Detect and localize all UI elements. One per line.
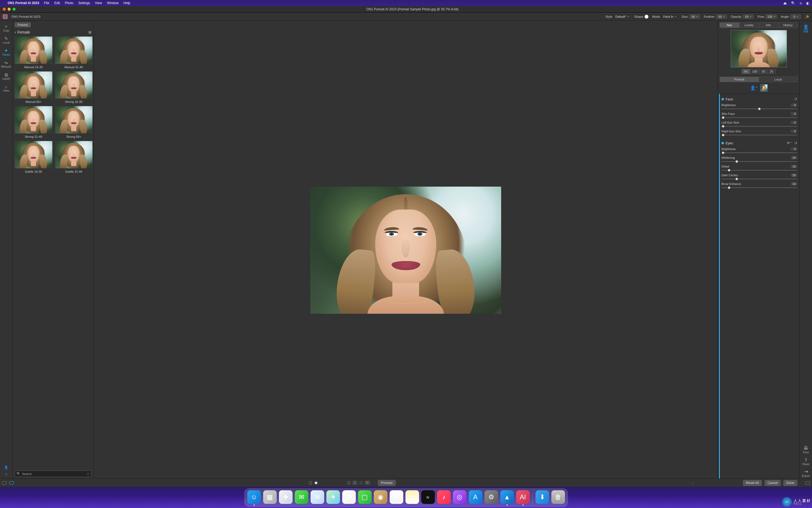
dock-app-safari[interactable]: ❖ [279, 490, 293, 506]
dock-app-on1ai[interactable]: AI [516, 490, 530, 506]
style-dropdown[interactable]: Default*▾ [614, 15, 630, 18]
tool-local[interactable]: ✎Local [0, 35, 12, 46]
close-icon[interactable] [3, 8, 6, 11]
dock-app-finder[interactable]: ☺ [247, 490, 261, 506]
slider-value[interactable]: 20 [791, 156, 797, 159]
slider-value[interactable]: 10 [791, 182, 797, 185]
tool-view[interactable]: ⌕View [0, 83, 12, 94]
dock-app-podcasts[interactable]: ◎ [453, 490, 467, 506]
slider-track[interactable] [721, 133, 797, 137]
presets-back[interactable]: ‹ Female [15, 30, 30, 34]
mask-a-icon[interactable]: A [353, 481, 357, 484]
slider-value[interactable]: 0 [791, 112, 797, 115]
menu-photo[interactable]: Photo [65, 1, 74, 5]
preview-button[interactable]: Preview [378, 480, 396, 486]
slider-value[interactable]: 0 [791, 130, 797, 133]
preset-item[interactable]: Strong 31-49 [15, 106, 52, 138]
tool-liquify[interactable]: ◍Liquify [0, 71, 12, 82]
mask-w-icon[interactable]: W [365, 481, 370, 484]
dock-app-downloads[interactable]: ⬇ [535, 490, 549, 506]
preset-item[interactable]: Manual 16-30 [15, 37, 52, 69]
dock-app-notes[interactable]: ▭ [405, 490, 419, 506]
dock-app-facetime[interactable]: ▢ [358, 490, 372, 506]
slider-value[interactable]: 10 [791, 165, 797, 168]
dock-app-tv[interactable]: tv [421, 490, 435, 506]
tool-crop[interactable]: ⌗Crop [0, 23, 12, 34]
menubar-search-icon[interactable]: 🔍 [791, 1, 795, 5]
magic-wand-icon[interactable]: ✨ [805, 14, 809, 18]
tab-info[interactable]: Info [759, 23, 778, 28]
presets-tab[interactable]: Presets [15, 23, 31, 27]
slider-track[interactable] [721, 151, 797, 155]
slider-track[interactable] [721, 116, 797, 119]
reset-eyes-icon[interactable]: ↺ [794, 141, 797, 145]
preset-item[interactable]: Manual 31-49 [55, 37, 93, 69]
dock-app-appstore[interactable]: A [469, 490, 482, 506]
preset-item[interactable]: Manual 50+ [15, 72, 52, 104]
dock-app-reminders[interactable]: ≣ [390, 490, 403, 506]
search-target-icon[interactable]: ◎ [87, 472, 89, 475]
menu-view[interactable]: View [95, 1, 102, 5]
preset-item[interactable]: Strong 16-30 [55, 72, 93, 104]
done-button[interactable]: Done [783, 480, 797, 486]
opacity-field[interactable]: 50▾ [743, 14, 754, 19]
mode-dropdown[interactable]: Paint In▾ [662, 15, 678, 18]
menubar-app-title[interactable]: ON1 Portrait AI 2023 [8, 1, 39, 5]
edit-mode-button[interactable]: 👤Edit [800, 24, 812, 34]
panel-toggle-right-icon[interactable] [806, 481, 810, 484]
export-button[interactable]: ⇥Export [800, 468, 812, 478]
maximize-icon[interactable] [12, 8, 15, 11]
slider-value[interactable]: 0 [791, 103, 797, 107]
slider-track[interactable] [721, 107, 797, 111]
feather-field[interactable]: 50▾ [716, 14, 727, 19]
slider-track[interactable] [721, 177, 797, 181]
tab-levels[interactable]: Levels [739, 23, 759, 28]
menubar-wifi-icon[interactable]: ⏏ [783, 1, 786, 5]
dock-app-contacts[interactable]: ◉ [374, 490, 387, 506]
slider-track[interactable] [721, 186, 797, 189]
menu-settings[interactable]: Settings [78, 1, 90, 5]
preset-item[interactable]: Strong 50+ [55, 106, 93, 138]
navigator-thumbnail[interactable] [731, 30, 787, 68]
compare-square-icon[interactable] [309, 481, 312, 484]
mode-tab-local[interactable]: Local [759, 77, 798, 82]
main-image[interactable] [310, 186, 501, 314]
softproof-icon[interactable] [347, 481, 350, 484]
size-field[interactable]: 50▾ [689, 14, 700, 19]
shape-circle-icon[interactable] [644, 15, 649, 18]
zoom-fit[interactable]: Fit [742, 69, 750, 74]
share-button[interactable]: ⇪Share [800, 456, 812, 467]
zoom-25[interactable]: 25 [767, 69, 775, 74]
face-thumbnail[interactable] [760, 84, 768, 91]
menu-window[interactable]: Window [107, 1, 118, 5]
reset-all-button[interactable]: Reset All [743, 480, 762, 486]
tab-nav[interactable]: Nav [720, 23, 739, 28]
eye-overlay-icon[interactable]: 👁⁺ [786, 141, 792, 145]
menubar-control-icon[interactable]: ⌾ [800, 1, 802, 5]
preset-item[interactable]: Subtle 31-49 [55, 141, 93, 173]
zoom-50[interactable]: 50 [759, 69, 768, 74]
menu-file[interactable]: File [44, 1, 49, 5]
dock-app-settings[interactable]: ⚙ [484, 490, 498, 506]
menubar-siri-icon[interactable]: ◐ [806, 1, 809, 5]
preset-item[interactable]: Subtle 16-30 [15, 141, 52, 173]
dock-app-messages[interactable]: ✉ [295, 490, 308, 506]
dock-app-photos[interactable]: ✿ [342, 490, 356, 506]
tool-retouch[interactable]: ⇋Retouch [0, 59, 12, 70]
minimize-icon[interactable] [8, 8, 11, 11]
help-icon[interactable]: ? [5, 473, 7, 477]
profile-icon[interactable]: 👤 [4, 465, 8, 469]
add-face-icon[interactable]: 👤⁺ [750, 85, 758, 91]
cancel-button[interactable]: Cancel [765, 480, 781, 486]
menu-edit[interactable]: Edit [54, 1, 60, 5]
zoom-100[interactable]: 100 [750, 69, 760, 74]
mode-tab-portrait[interactable]: Portrait [720, 77, 759, 82]
face-section-toggle-icon[interactable] [721, 98, 724, 100]
flow-field[interactable]: 100▾ [765, 14, 777, 19]
dock-app-maps[interactable]: ✈ [326, 490, 340, 506]
dock-app-launchpad[interactable]: ▦ [263, 490, 277, 506]
search-input[interactable]: 🔍 Search ◎ [15, 471, 91, 477]
slider-track[interactable] [721, 169, 797, 172]
grid-view-icon[interactable]: ▦ [88, 30, 91, 34]
slider-track[interactable] [721, 160, 797, 163]
